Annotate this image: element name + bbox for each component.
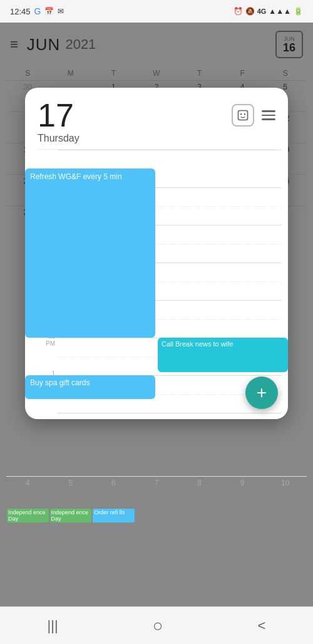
event-call-break[interactable]: Call Break news to wife	[158, 338, 288, 372]
add-event-fab[interactable]: +	[245, 377, 278, 409]
modal-day-number: 17	[38, 99, 80, 132]
plus-icon: +	[257, 383, 267, 403]
svg-rect-0	[239, 111, 248, 120]
menu-lines-button[interactable]	[262, 110, 275, 120]
sticker-icon-button[interactable]	[232, 104, 254, 127]
status-bar-right: ⏰ 🔕 4G ▲▲▲ 🔋	[233, 7, 303, 16]
event-refresh-wgf[interactable]: Refresh WG&F every 5 min	[25, 169, 155, 338]
calendar-status-icon: 📅	[44, 7, 54, 16]
event-refresh-wgf-title: Refresh WG&F every 5 min	[30, 172, 122, 181]
google-icon: G	[34, 6, 41, 16]
signal-icon: ▲▲▲	[269, 7, 291, 16]
modal-date-block: 17 Thursday	[38, 99, 80, 144]
battery-icon: 🔋	[294, 7, 303, 16]
event-call-break-title: Call Break news to wife	[162, 340, 233, 348]
status-bar: 12:45 G 📅 ✉ ⏰ 🔕 4G ▲▲▲ 🔋	[0, 0, 313, 23]
hour-line-7	[58, 150, 282, 150]
bg-lower-weeks: 45678910 Independ ence Day Independ ence…	[0, 476, 313, 522]
timeline-scroll[interactable]: 8AM 9 10 11 12PM 1	[25, 150, 288, 419]
bottom-navigation: ||| ○ <	[0, 606, 313, 644]
svg-point-1	[240, 113, 242, 115]
day-detail-modal: 17 Thursday	[25, 88, 288, 419]
recents-button[interactable]: |||	[48, 618, 58, 634]
modal-day-name: Thursday	[38, 133, 80, 144]
alarm-icon: ⏰	[233, 7, 243, 16]
svg-point-2	[244, 113, 246, 115]
modal-header: 17 Thursday	[25, 88, 288, 149]
message-icon: ✉	[58, 7, 64, 16]
bg-lower-week-1: 45678910	[6, 476, 307, 507]
back-button[interactable]: <	[258, 618, 266, 634]
event-buy-spa-title: Buy spa gift cards	[30, 378, 90, 387]
network-icon: 4G	[257, 8, 267, 15]
home-button[interactable]: ○	[153, 616, 163, 636]
status-time: 12:45	[10, 7, 31, 16]
hour-line-2	[58, 413, 282, 413]
event-buy-spa[interactable]: Buy spa gift cards	[25, 375, 155, 399]
modal-header-icons	[232, 104, 275, 127]
status-bar-left: 12:45 G 📅 ✉	[10, 6, 64, 16]
timeline-content: 8AM 9 10 11 12PM 1	[25, 150, 288, 419]
mute-icon: 🔕	[245, 7, 255, 16]
